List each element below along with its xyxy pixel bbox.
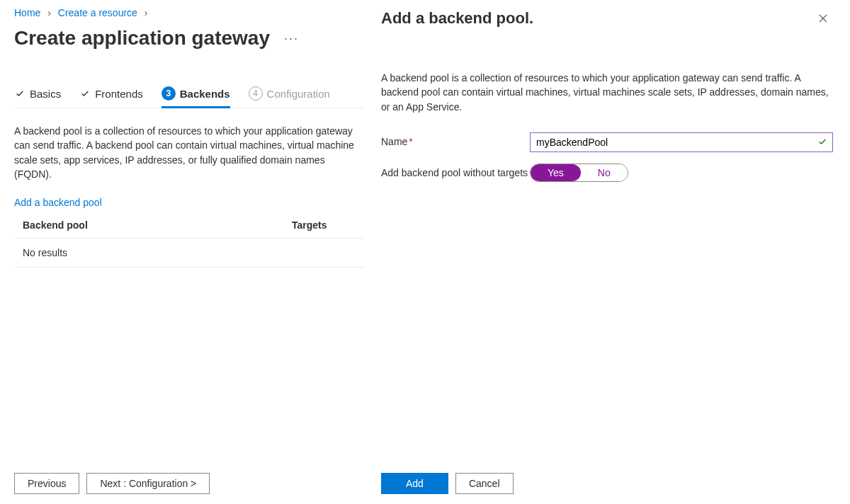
wizard-footer: Previous Next : Configuration > bbox=[14, 473, 210, 494]
tab-label: Frontends bbox=[95, 88, 143, 100]
add-button[interactable]: Add bbox=[381, 473, 448, 494]
validation-check-icon bbox=[817, 137, 827, 149]
previous-button[interactable]: Previous bbox=[14, 473, 79, 494]
tab-label: Configuration bbox=[267, 88, 330, 100]
check-icon bbox=[14, 88, 26, 99]
page-title: Create application gateway bbox=[14, 27, 270, 50]
name-label: Name* bbox=[381, 132, 530, 147]
breadcrumb-home[interactable]: Home bbox=[14, 7, 40, 18]
without-targets-toggle[interactable]: Yes No bbox=[530, 164, 628, 182]
required-icon: * bbox=[409, 136, 412, 147]
add-backend-pool-link[interactable]: Add a backend pool bbox=[14, 197, 102, 208]
tab-basics[interactable]: Basics bbox=[14, 88, 61, 107]
create-gateway-page: Home › Create a resource › Create applic… bbox=[0, 0, 364, 504]
more-actions-button[interactable]: ··· bbox=[284, 32, 299, 45]
chevron-right-icon: › bbox=[47, 7, 51, 18]
close-button[interactable] bbox=[813, 8, 833, 28]
backends-description: A backend pool is a collection of resour… bbox=[14, 124, 364, 181]
backend-pool-table: Backend pool Targets No results bbox=[14, 212, 364, 268]
tab-label: Basics bbox=[30, 88, 61, 100]
step-number-icon: 3 bbox=[162, 86, 176, 101]
next-configuration-button[interactable]: Next : Configuration > bbox=[86, 473, 210, 494]
check-icon bbox=[79, 88, 91, 99]
table-header: Backend pool Targets bbox=[14, 212, 364, 239]
name-input[interactable] bbox=[530, 132, 833, 152]
wizard-tabs: Basics Frontends 3 Backends 4 Configurat… bbox=[14, 86, 364, 108]
breadcrumb-create-resource[interactable]: Create a resource bbox=[58, 7, 137, 18]
chevron-right-icon: › bbox=[144, 7, 148, 18]
toggle-no[interactable]: No bbox=[581, 164, 628, 181]
table-header-backend-pool: Backend pool bbox=[23, 219, 292, 231]
panel-title: Add a backend pool. bbox=[381, 9, 533, 28]
panel-description: A backend pool is a collection of resour… bbox=[381, 71, 833, 114]
backend-pool-form: Name* Add backend pool without targets Y… bbox=[381, 132, 833, 182]
table-empty-row: No results bbox=[14, 239, 364, 268]
tab-label: Backends bbox=[180, 88, 230, 100]
panel-footer: Add Cancel bbox=[381, 473, 514, 494]
tab-configuration[interactable]: 4 Configuration bbox=[249, 86, 330, 108]
add-backend-pool-panel: Add a backend pool. A backend pool is a … bbox=[364, 0, 850, 504]
tab-backends[interactable]: 3 Backends bbox=[162, 86, 230, 108]
tab-frontends[interactable]: Frontends bbox=[79, 88, 143, 107]
step-number-icon: 4 bbox=[249, 86, 263, 101]
toggle-yes[interactable]: Yes bbox=[531, 164, 581, 181]
table-header-targets: Targets bbox=[292, 219, 356, 231]
breadcrumb: Home › Create a resource › bbox=[14, 6, 364, 18]
cancel-button[interactable]: Cancel bbox=[455, 473, 514, 494]
without-targets-label: Add backend pool without targets bbox=[381, 164, 530, 178]
